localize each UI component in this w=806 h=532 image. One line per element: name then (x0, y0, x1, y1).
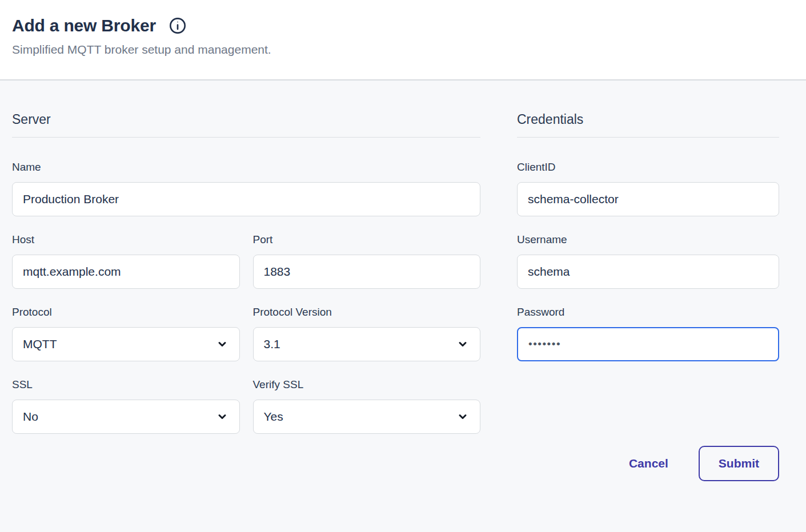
password-label: Password (517, 305, 779, 319)
username-label: Username (517, 233, 779, 247)
protocol-select-value: MQTT (23, 337, 57, 351)
field-verify-ssl: Verify SSL Yes (253, 378, 481, 434)
server-section: Server Name Host Port Protocol (12, 111, 480, 481)
protocol-version-select[interactable]: 3.1 (253, 327, 481, 361)
verify-ssl-select[interactable]: Yes (253, 400, 481, 434)
protocol-version-select-value: 3.1 (264, 337, 280, 351)
server-section-divider (12, 137, 480, 138)
protocol-label: Protocol (12, 305, 240, 319)
host-label: Host (12, 233, 240, 247)
submit-button[interactable]: Submit (699, 446, 779, 481)
password-input[interactable] (517, 327, 779, 361)
client-id-label: ClientID (517, 160, 779, 174)
ssl-select[interactable]: No (12, 400, 240, 434)
page-header: Add a new Broker Simplified MQTT broker … (0, 0, 806, 80)
port-input[interactable] (253, 255, 481, 289)
field-protocol: Protocol MQTT (12, 305, 240, 361)
chevron-down-icon (457, 411, 468, 422)
credentials-section: Credentials ClientID Username Password C… (517, 111, 779, 481)
page-subtitle: Simplified MQTT broker setup and managem… (12, 43, 792, 57)
add-broker-page: Add a new Broker Simplified MQTT broker … (0, 0, 806, 481)
page-title: Add a new Broker (12, 15, 156, 37)
field-port: Port (253, 233, 481, 289)
verify-ssl-select-value: Yes (264, 410, 283, 424)
credentials-section-heading: Credentials (517, 111, 779, 127)
ssl-select-value: No (23, 410, 38, 424)
row-protocol: Protocol MQTT Protocol Version 3.1 (12, 305, 480, 378)
client-id-input[interactable] (517, 182, 779, 216)
host-input[interactable] (12, 255, 240, 289)
cancel-button[interactable]: Cancel (629, 457, 668, 470)
port-label: Port (253, 233, 481, 247)
protocol-version-label: Protocol Version (253, 305, 481, 319)
info-icon[interactable] (169, 17, 187, 35)
field-ssl: SSL No (12, 378, 240, 434)
username-input[interactable] (517, 255, 779, 289)
row-host-port: Host Port (12, 233, 480, 305)
verify-ssl-label: Verify SSL (253, 378, 481, 392)
row-ssl: SSL No Verify SSL Yes (12, 378, 480, 450)
chevron-down-icon (457, 338, 468, 350)
server-section-heading: Server (12, 111, 480, 127)
broker-form: Server Name Host Port Protocol (0, 80, 806, 481)
field-password: Password (517, 305, 779, 361)
chevron-down-icon (216, 411, 228, 422)
chevron-down-icon (216, 338, 228, 350)
title-row: Add a new Broker (12, 15, 792, 37)
field-host: Host (12, 233, 240, 289)
field-username: Username (517, 233, 779, 289)
name-input[interactable] (12, 182, 480, 216)
form-actions: Cancel Submit (517, 446, 779, 481)
field-name: Name (12, 160, 480, 216)
field-client-id: ClientID (517, 160, 779, 216)
protocol-select[interactable]: MQTT (12, 327, 240, 361)
name-label: Name (12, 160, 480, 174)
credentials-section-divider (517, 137, 779, 138)
field-protocol-version: Protocol Version 3.1 (253, 305, 481, 361)
ssl-label: SSL (12, 378, 240, 392)
